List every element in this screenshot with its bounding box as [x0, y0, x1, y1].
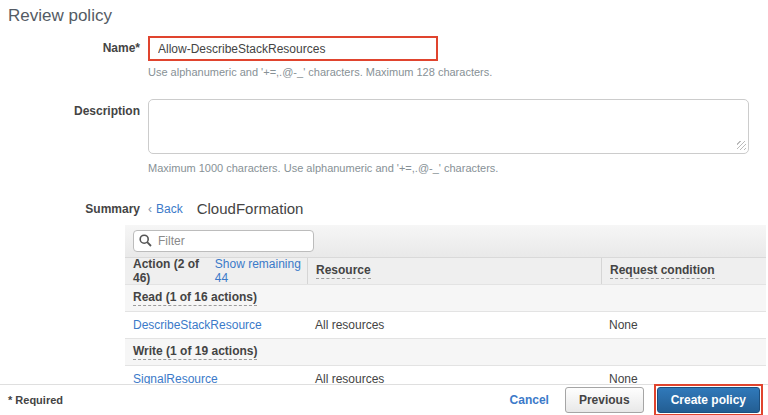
search-icon [139, 234, 152, 247]
resource-cell: All resources [307, 318, 601, 332]
name-field-group: Use alphanumeric and '+=,.@-_' character… [148, 36, 492, 78]
policy-summary-table: Action (2 of 46) Show remaining 44 Resou… [125, 225, 766, 393]
create-policy-annotation-highlight: Create policy [654, 384, 763, 415]
write-group-label[interactable]: Write (1 of 19 actions) [133, 344, 257, 360]
action-count-label: Action (2 of 46) [133, 257, 211, 285]
summary-label: Summary [8, 199, 148, 216]
read-group-label[interactable]: Read (1 of 16 actions) [133, 290, 257, 306]
policy-name-input[interactable] [150, 38, 436, 59]
description-form-row: Description Maximum 1000 characters. Use… [8, 99, 760, 174]
create-policy-button[interactable]: Create policy [657, 387, 760, 413]
column-header-request-condition: Request condition [601, 258, 766, 284]
service-name-heading: CloudFormation [197, 200, 304, 217]
policy-description-textarea[interactable] [148, 99, 749, 154]
page-title: Review policy [8, 6, 760, 26]
back-link[interactable]: ‹ Back [148, 202, 183, 216]
back-link-label: Back [156, 202, 183, 216]
table-filter-bar [125, 225, 766, 258]
summary-form-row: Summary ‹ Back CloudFormation [8, 198, 760, 217]
footer-action-bar: * Required Cancel Previous Create policy [0, 384, 768, 415]
name-label: Name* [8, 36, 148, 78]
summary-header: ‹ Back CloudFormation [148, 198, 303, 217]
footer-actions: Cancel Previous Create policy [510, 384, 763, 415]
chevron-left-icon: ‹ [148, 202, 152, 216]
action-link-describe-stack-resource[interactable]: DescribeStackResource [133, 318, 262, 332]
description-help-text: Maximum 1000 characters. Use alphanumeri… [148, 162, 749, 174]
column-header-action: Action (2 of 46) Show remaining 44 [125, 258, 307, 284]
filter-input[interactable] [133, 230, 314, 252]
group-row-write: Write (1 of 19 actions) [125, 339, 766, 366]
name-help-text: Use alphanumeric and '+=,.@-_' character… [148, 66, 492, 78]
condition-cell: None [601, 318, 766, 332]
review-policy-page: Review policy Name* Use alphanumeric and… [0, 0, 768, 393]
cancel-link[interactable]: Cancel [510, 393, 549, 407]
action-cell: DescribeStackResource [125, 318, 307, 332]
column-header-resource: Resource [307, 258, 601, 284]
resource-header-label[interactable]: Resource [316, 263, 371, 279]
description-field-group: Maximum 1000 characters. Use alphanumeri… [148, 99, 749, 174]
show-remaining-link[interactable]: Show remaining 44 [215, 257, 307, 285]
required-note: * Required [8, 394, 63, 406]
previous-button[interactable]: Previous [565, 387, 644, 413]
name-annotation-highlight [148, 36, 438, 61]
table-row: DescribeStackResource All resources None [125, 312, 766, 339]
textarea-resize-handle[interactable] [737, 141, 746, 150]
description-label: Description [8, 99, 148, 174]
table-header-row: Action (2 of 46) Show remaining 44 Resou… [125, 258, 766, 285]
request-condition-header-label[interactable]: Request condition [610, 263, 715, 279]
name-form-row: Name* Use alphanumeric and '+=,.@-_' cha… [8, 36, 760, 78]
group-row-read: Read (1 of 16 actions) [125, 285, 766, 312]
